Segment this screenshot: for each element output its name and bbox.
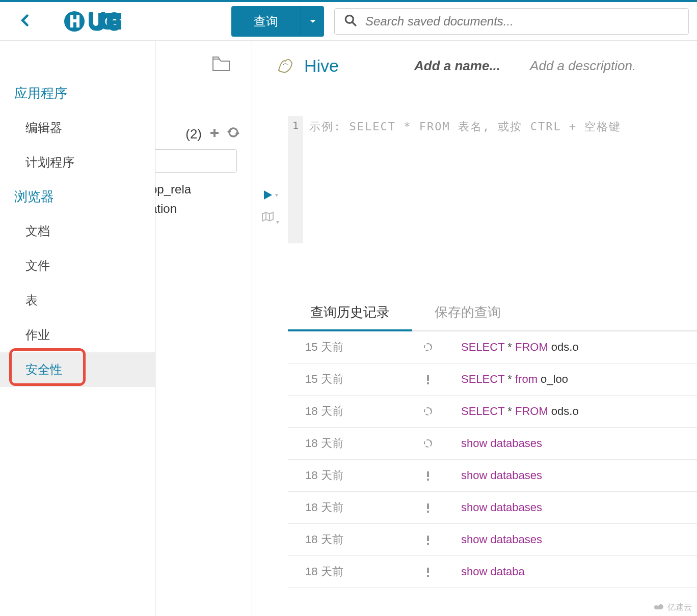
history-sql: SELECT * FROM ods.o [461,341,579,354]
svg-point-6 [345,15,353,23]
chevron-down-icon[interactable]: ▾ [276,218,279,226]
history-time: 18 天前 [288,532,395,547]
tab-query-history[interactable]: 查询历史记录 [288,294,412,330]
svg-rect-10 [427,382,429,384]
sidebar-item[interactable]: 计划程序 [0,145,155,180]
svg-rect-18 [427,543,429,545]
history-time: 18 天前 [288,564,395,579]
loading-icon [395,342,461,353]
folder-icon[interactable] [155,53,252,75]
sidebar-section-title: 应用程序 [0,76,155,110]
db-item-partial[interactable]: pp_rela [155,180,252,199]
query-button-group: 查询 [231,6,324,37]
warning-icon [395,502,461,513]
history-row[interactable]: 15 天前SELECT * from o_loo [288,363,697,396]
loading-icon [395,406,461,417]
code-editor[interactable]: 1 示例: SELECT * FROM 表名, 或按 CTRL + 空格键 [288,116,697,243]
history-row[interactable]: 18 天前show databa [288,556,697,588]
query-button[interactable]: 查询 [231,6,301,37]
sidebar-item[interactable]: 文件 [0,248,155,283]
sidebar-item[interactable]: 文档 [0,214,155,248]
query-history-list: 15 天前SELECT * FROM ods.o15 天前SELECT * fr… [288,331,697,588]
sidebar-item[interactable]: 作业 [0,318,155,352]
db-item-partial-2[interactable]: ation [155,199,252,218]
warning-icon [395,470,461,481]
warning-icon [395,534,461,545]
name-input[interactable]: Add a name... [414,58,500,74]
search-icon [344,14,365,29]
svg-rect-15 [427,503,429,509]
watermark: 亿速云 [653,602,692,613]
back-button[interactable] [8,10,43,32]
history-sql: show databa [461,565,525,578]
history-sql: show databases [461,501,542,514]
chevron-down-icon[interactable]: ▾ [275,191,278,199]
history-time: 18 天前 [288,468,395,483]
top-bar: Ue 查询 [0,0,697,41]
editor-type-label: Hive [304,56,339,76]
history-time: 18 天前 [288,436,395,451]
history-time: 15 天前 [288,340,395,355]
svg-rect-20 [427,575,429,577]
history-sql: show databases [461,533,542,546]
sidebar: 应用程序编辑器计划程序浏览器文档文件表作业安全性 [0,41,155,616]
main-editor: Hive Add a name... Add a description. ▾ … [252,41,697,616]
search-input[interactable] [365,14,679,29]
svg-rect-9 [427,375,429,381]
description-input[interactable]: Add a description. [530,58,636,74]
history-row[interactable]: 18 天前show databases [288,524,697,556]
history-row[interactable]: 15 天前SELECT * FROM ods.o [288,331,697,363]
assist-panel: (2) pp_rela ation [155,41,252,616]
search-box[interactable] [334,8,689,35]
line-gutter: 1 [288,116,303,243]
svg-rect-3 [70,19,79,22]
history-row[interactable]: 18 天前SELECT * FROM ods.o [288,396,697,428]
history-sql: SELECT * from o_loo [461,373,568,386]
result-tabs: 查询历史记录 保存的查询 [288,294,697,331]
warning-icon [395,566,461,577]
execute-button[interactable]: ▾ [262,189,278,201]
history-row[interactable]: 18 天前show databases [288,428,697,460]
explain-button[interactable]: ▾ [261,211,279,226]
hue-logo: Ue [63,7,165,36]
history-time: 15 天前 [288,372,395,387]
history-row[interactable]: 18 天前show databases [288,492,697,524]
svg-rect-19 [427,568,429,573]
svg-line-7 [352,22,356,26]
tab-saved-queries[interactable]: 保存的查询 [412,294,523,330]
sidebar-section-title: 浏览器 [0,180,155,214]
filter-input[interactable] [155,149,237,173]
sidebar-item[interactable]: 安全性 [0,352,155,387]
svg-rect-17 [427,536,429,541]
history-time: 18 天前 [288,500,395,515]
svg-text:Ue: Ue [88,7,121,36]
svg-rect-13 [427,471,429,477]
warning-icon [395,374,461,385]
refresh-icon[interactable] [227,126,239,142]
query-dropdown-button[interactable] [301,6,324,37]
code-placeholder: 示例: SELECT * FROM 表名, 或按 CTRL + 空格键 [303,116,627,243]
history-row[interactable]: 18 天前show databases [288,460,697,492]
svg-rect-16 [427,511,429,513]
sidebar-item[interactable]: 表 [0,283,155,318]
db-count: (2) [185,126,202,142]
svg-rect-14 [427,479,429,481]
sidebar-item[interactable]: 编辑器 [0,110,155,145]
history-sql: SELECT * FROM ods.o [461,405,579,418]
history-time: 18 天前 [288,404,395,419]
history-sql: show databases [461,437,542,450]
hive-icon [276,55,295,76]
add-icon[interactable] [209,126,220,142]
loading-icon [395,438,461,449]
history-sql: show databases [461,469,542,482]
